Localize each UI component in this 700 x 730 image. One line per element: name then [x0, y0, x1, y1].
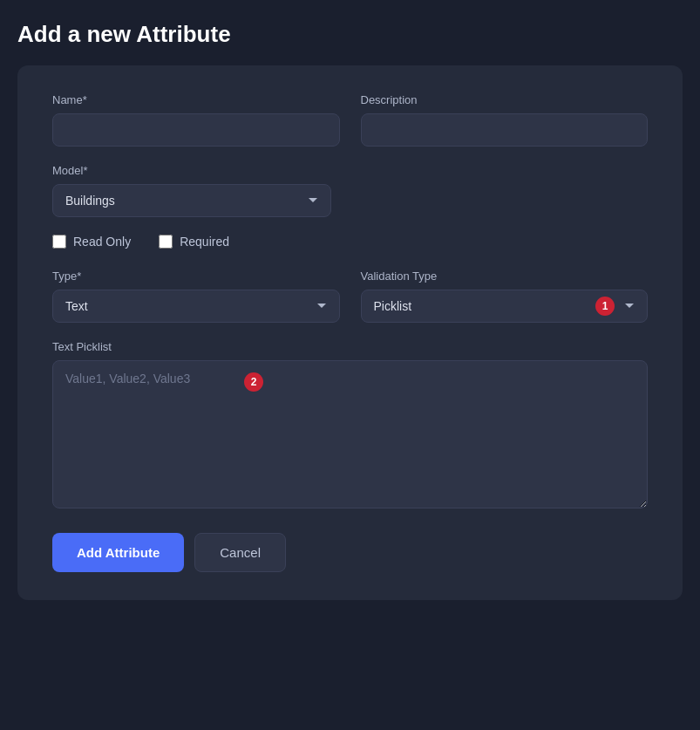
text-picklist-wrapper: 2: [52, 360, 648, 512]
type-validation-row: Type* Text Number Date Boolean File Vali…: [52, 269, 648, 323]
read-only-checkbox[interactable]: [52, 235, 66, 249]
name-description-row: Name* Description: [52, 93, 648, 147]
model-group: Model* Buildings Units Tenants Leases: [52, 164, 331, 217]
name-label: Name*: [52, 93, 340, 106]
required-group: Required: [159, 235, 229, 249]
name-input[interactable]: [52, 113, 340, 147]
type-group: Type* Text Number Date Boolean File: [52, 269, 340, 323]
page-title: Add a new Attribute: [17, 21, 683, 48]
description-input[interactable]: [361, 113, 649, 147]
model-row: Model* Buildings Units Tenants Leases: [52, 164, 648, 217]
description-group: Description: [361, 93, 649, 147]
text-picklist-textarea[interactable]: [52, 360, 648, 508]
button-row: Add Attribute Cancel: [52, 533, 648, 572]
add-attribute-button[interactable]: Add Attribute: [52, 533, 184, 572]
read-only-label[interactable]: Read Only: [73, 235, 131, 249]
type-select[interactable]: Text Number Date Boolean File: [52, 290, 340, 323]
read-only-group: Read Only: [52, 235, 131, 249]
validation-type-group: Validation Type Picklist Regex Range Non…: [361, 269, 649, 323]
form-card: Name* Description Model* Buildings Units…: [17, 65, 683, 600]
model-select-wrapper: Buildings Units Tenants Leases: [52, 184, 331, 217]
description-label: Description: [361, 93, 649, 106]
text-picklist-group: Text Picklist 2: [52, 340, 648, 512]
cancel-button[interactable]: Cancel: [194, 533, 286, 572]
required-label[interactable]: Required: [180, 235, 229, 249]
model-label: Model*: [52, 164, 331, 177]
type-label: Type*: [52, 269, 340, 283]
validation-type-select-wrapper: Picklist Regex Range None 1: [361, 290, 649, 323]
text-picklist-label: Text Picklist: [52, 340, 648, 353]
validation-type-label: Validation Type: [361, 269, 649, 283]
required-checkbox[interactable]: [159, 235, 173, 249]
name-group: Name*: [52, 93, 340, 147]
page-wrapper: Add a new Attribute Name* Description Mo…: [17, 21, 683, 600]
type-select-wrapper: Text Number Date Boolean File: [52, 290, 340, 323]
checkbox-row: Read Only Required: [52, 235, 648, 249]
model-select[interactable]: Buildings Units Tenants Leases: [52, 184, 331, 217]
text-picklist-row: Text Picklist 2: [52, 340, 648, 512]
validation-type-select[interactable]: Picklist Regex Range None: [361, 290, 649, 323]
